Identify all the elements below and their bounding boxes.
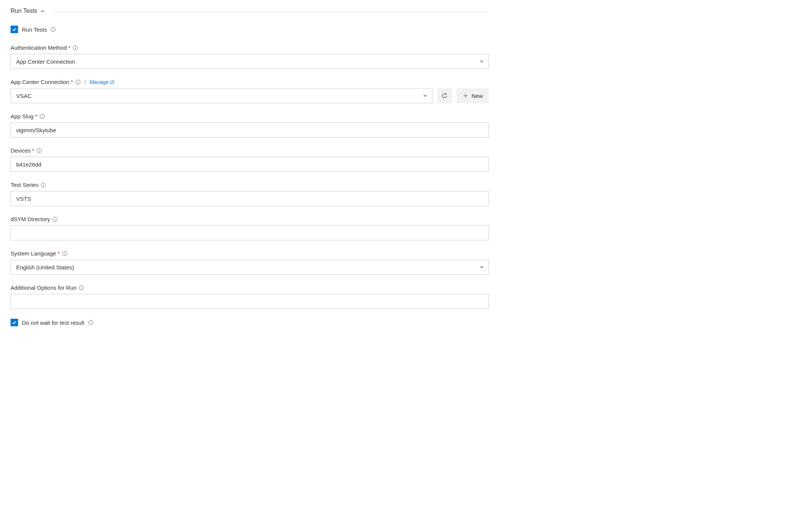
- system-language-label: System Language: [11, 250, 56, 257]
- svg-point-12: [42, 115, 42, 115]
- info-icon[interactable]: [79, 285, 84, 290]
- external-link-icon: [110, 80, 115, 84]
- info-icon[interactable]: [50, 27, 56, 32]
- plus-icon: [463, 93, 469, 99]
- test-series-label: Test Series: [11, 182, 38, 188]
- app-center-connection-select[interactable]: [11, 88, 432, 103]
- system-language-select[interactable]: [11, 260, 489, 275]
- svg-point-15: [39, 149, 40, 150]
- app-slug-label-row: App Slug *: [11, 113, 489, 119]
- additional-options-label: Additional Options for Run: [11, 284, 76, 291]
- test-series-label-row: Test Series: [11, 182, 489, 188]
- dsym-directory-label-row: dSYM Directory: [11, 216, 489, 222]
- svg-point-24: [64, 252, 65, 252]
- auth-method-group: Authentication Method *: [11, 44, 489, 69]
- dsym-directory-group: dSYM Directory: [11, 216, 489, 240]
- svg-point-30: [90, 321, 91, 322]
- svg-point-18: [43, 183, 44, 184]
- svg-point-7: [78, 81, 78, 81]
- devices-input[interactable]: [11, 157, 489, 172]
- info-icon[interactable]: [62, 251, 67, 256]
- required-marker: *: [32, 147, 34, 154]
- app-center-connection-label-row: App Center Connection * | Manage: [11, 79, 489, 85]
- svg-point-21: [55, 218, 55, 218]
- dsym-directory-label: dSYM Directory: [11, 216, 50, 222]
- devices-label-row: Devices *: [11, 147, 489, 154]
- manage-link-text: Manage: [90, 79, 109, 85]
- auth-method-label: Authentication Method: [11, 44, 67, 51]
- new-button-label: New: [472, 93, 483, 99]
- run-tests-label: Run Tests: [22, 26, 47, 33]
- additional-options-group: Additional Options for Run: [11, 284, 489, 309]
- manage-link[interactable]: Manage: [90, 79, 115, 85]
- section-title: Run Tests: [11, 8, 37, 14]
- devices-group: Devices *: [11, 147, 489, 172]
- app-center-connection-label: App Center Connection: [11, 79, 69, 85]
- required-marker: *: [68, 44, 70, 51]
- test-series-group: Test Series: [11, 182, 489, 206]
- info-icon[interactable]: [75, 79, 81, 85]
- additional-options-input[interactable]: [11, 294, 489, 309]
- run-tests-checkbox[interactable]: [11, 26, 18, 33]
- test-series-input[interactable]: [11, 191, 489, 206]
- app-slug-label: App Slug: [11, 113, 34, 119]
- refresh-button[interactable]: [437, 88, 452, 103]
- auth-method-label-row: Authentication Method *: [11, 44, 489, 51]
- do-not-wait-checkbox[interactable]: [11, 319, 18, 326]
- svg-point-1: [53, 28, 53, 29]
- app-slug-input[interactable]: [11, 122, 489, 138]
- system-language-group: System Language *: [11, 250, 489, 275]
- new-button[interactable]: New: [457, 88, 489, 103]
- chevron-up-icon: [40, 9, 45, 13]
- section-header[interactable]: Run Tests: [11, 8, 489, 14]
- info-icon[interactable]: [41, 182, 46, 188]
- dsym-directory-input[interactable]: [11, 225, 489, 240]
- system-language-label-row: System Language *: [11, 250, 489, 257]
- label-divider: |: [84, 79, 86, 85]
- do-not-wait-checkbox-row: Do not wait for test result: [11, 319, 489, 326]
- info-icon[interactable]: [40, 114, 45, 119]
- app-slug-group: App Slug *: [11, 113, 489, 138]
- additional-options-label-row: Additional Options for Run: [11, 284, 489, 291]
- required-marker: *: [58, 250, 60, 257]
- auth-method-select[interactable]: [11, 54, 489, 69]
- run-tests-checkbox-row: Run Tests: [11, 26, 489, 33]
- info-icon[interactable]: [73, 45, 78, 50]
- info-icon[interactable]: [88, 320, 93, 325]
- do-not-wait-label: Do not wait for test result: [22, 320, 84, 326]
- info-icon[interactable]: [52, 217, 58, 222]
- app-center-connection-group: App Center Connection * | Manage: [11, 79, 489, 103]
- svg-point-4: [75, 46, 76, 47]
- section-divider: [52, 12, 489, 12]
- devices-label: Devices: [11, 147, 31, 154]
- svg-point-27: [81, 286, 82, 287]
- required-marker: *: [71, 79, 73, 85]
- info-icon[interactable]: [37, 148, 42, 153]
- required-marker: *: [35, 113, 37, 119]
